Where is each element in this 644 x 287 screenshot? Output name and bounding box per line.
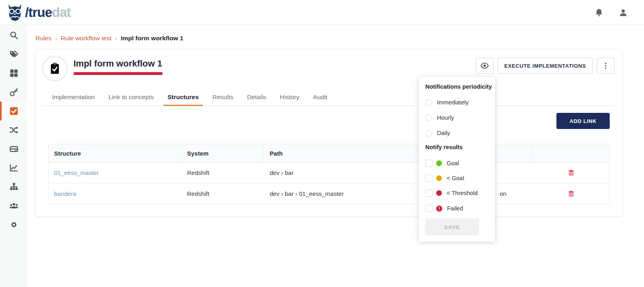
sidebar-item-lineage[interactable] [0,121,26,139]
bell-icon [594,8,604,17]
radio-option-hourly[interactable]: Hourly [425,113,454,123]
grid-icon [9,69,19,78]
radio-label: Hourly [437,114,454,121]
check-square-icon [9,106,19,116]
execute-implementations-button[interactable]: EXECUTE IMPLEMENTATIONS [498,58,593,74]
tab-structures[interactable]: Structures [163,90,203,106]
kebab-menu-icon [602,62,610,70]
sidebar-item-tags[interactable] [0,45,26,64]
system-cell: Redshift [182,162,264,183]
tab-implementation[interactable]: Implementation [48,90,99,106]
preview-button[interactable] [476,58,493,74]
implementation-avatar [42,56,68,81]
sidebar-item-quality-rules[interactable] [0,102,26,121]
checkbox-option-lt-goal[interactable]: < Goal [425,173,464,183]
clipboard-check-icon [48,62,61,75]
breadcrumb-separator: › [115,35,117,42]
eye-icon [480,61,489,70]
radio-label: Immediately [437,99,468,106]
delete-link-button[interactable] [567,169,575,177]
implementation-card: Impl form workflow 1 EXECUTE IMPLEMENTAT… [36,49,623,217]
drive-icon [9,144,19,154]
truedat-logo[interactable]: /truedat [6,4,71,21]
radio-option-daily[interactable]: Daily [425,128,450,138]
chart-line-icon [9,163,19,173]
radio-daily[interactable] [425,130,432,137]
left-sidebar [0,25,26,287]
sidebar-item-taxonomy[interactable] [0,177,26,196]
sidebar-item-data-sources[interactable] [0,139,26,158]
checkbox-lt-goal[interactable] [425,175,433,182]
breadcrumb-separator: › [55,35,57,42]
sitemap-icon [9,182,19,191]
breadcrumb-link-rule-workflow-test[interactable]: Rule workflow test [61,35,112,42]
top-header: /truedat [0,0,644,25]
add-link-button[interactable]: ADD LINK [556,113,610,129]
checkbox-label: < Goal [447,175,464,181]
execute-implementations-label: EXECUTE IMPLEMENTATIONS [504,63,586,69]
checkbox-option-lt-threshold[interactable]: < Threshold [425,188,478,198]
sidebar-item-permissions[interactable] [0,83,26,102]
tab-strip: Implementation Link to concepts Structur… [42,90,616,106]
brand-wordmark: /truedat [25,6,71,19]
table-header-row: Structure System Path [48,144,609,162]
sidebar-item-user-groups[interactable] [0,196,26,215]
save-button[interactable]: SAVE [425,218,479,235]
radio-hourly[interactable] [425,114,432,121]
table-row: bandera Redshift dev › bar › 01_eess_mas… [48,183,609,204]
structure-link[interactable]: bandera [54,190,76,197]
trash-icon [567,169,575,177]
checkbox-option-goal[interactable]: Goal [425,158,459,168]
notify-results-title: Notify results [425,144,463,150]
checkbox-failed[interactable] [425,205,433,212]
table-row: 01_eess_master Redshift dev › bar [48,162,609,183]
tab-audit[interactable]: Audit [309,90,331,106]
search-icon [9,31,19,40]
column-header-actions [533,144,609,162]
users-icon [9,201,19,210]
tab-results[interactable]: Results [209,90,238,106]
tab-details[interactable]: Details [243,90,270,106]
page-title: Impl form workflow 1 [73,58,162,69]
sidebar-item-settings[interactable] [0,215,26,234]
more-actions-button[interactable] [597,58,615,74]
owl-logo-icon [6,4,24,21]
tab-history[interactable]: History [276,90,303,106]
checkbox-goal[interactable] [425,160,433,167]
tab-link-to-concepts[interactable]: Link to concepts [105,90,158,106]
structures-table: Structure System Path 01_eess_master Red… [48,144,610,204]
checkbox-option-failed[interactable]: ! Failed [425,204,463,213]
user-icon [619,8,628,17]
tags-icon [9,50,19,59]
checkbox-label: Goal [447,160,459,166]
goal-status-dot [436,160,442,166]
breadcrumb-current: Impl form workflow 1 [121,35,183,42]
checkbox-label: < Threshold [447,190,478,196]
failed-exclamation-icon: ! [436,206,442,212]
structure-link[interactable]: 01_eess_master [54,169,99,176]
checkbox-label: Failed [447,205,463,212]
delete-link-button[interactable] [567,190,575,198]
key-icon [9,87,19,97]
sidebar-item-grid[interactable] [0,64,26,83]
sidebar-item-search[interactable] [0,26,26,45]
trash-icon [567,190,575,198]
checkbox-lt-threshold[interactable] [425,189,433,197]
lt-threshold-status-dot [436,190,442,196]
gear-icon [9,220,19,229]
notifications-periodicity-title: Notifications periodicity [425,83,492,90]
column-header-system: System [182,144,264,162]
user-menu-button[interactable] [615,4,631,21]
sidebar-item-dashboards[interactable] [0,158,26,177]
shuffle-icon [9,125,19,135]
notifications-bell-button[interactable] [591,4,607,21]
title-status-bar [73,72,163,75]
column-header-structure: Structure [48,144,182,162]
breadcrumb: Rules › Rule workflow test › Impl form w… [36,35,183,42]
breadcrumb-link-rules[interactable]: Rules [36,35,52,42]
radio-option-immediately[interactable]: Immediately [425,98,468,107]
radio-immediately[interactable] [425,99,432,106]
notifications-popup: Notifications periodicity Immediately Ho… [419,77,495,242]
lt-goal-status-dot [436,175,442,181]
system-cell: Redshift [182,183,264,204]
